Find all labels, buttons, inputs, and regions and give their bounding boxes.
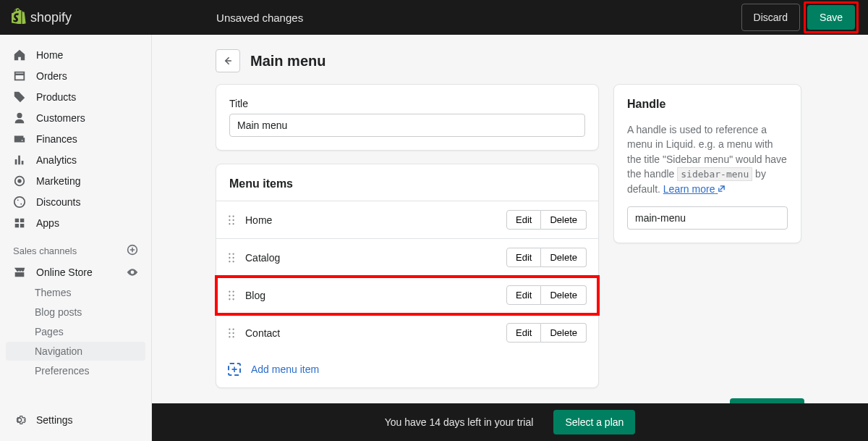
page-header: Main menu: [152, 49, 868, 84]
svg-point-6: [229, 219, 230, 220]
wallet-icon: [13, 133, 26, 146]
trial-text: You have 14 days left in your trial: [385, 416, 534, 428]
shopify-bag-icon: [12, 8, 26, 28]
svg-point-12: [229, 256, 230, 258]
svg-point-20: [229, 298, 230, 300]
svg-point-18: [229, 294, 230, 295]
learn-more-link[interactable]: Learn more: [663, 183, 726, 195]
sales-channels-header: Sales channels: [6, 234, 145, 262]
drag-handle-icon[interactable]: [228, 328, 237, 338]
main-content: Main menu Title Menu items Home: [152, 35, 868, 441]
discard-button[interactable]: Discard: [741, 4, 800, 31]
sidebar-sub-themes[interactable]: Themes: [6, 283, 145, 302]
svg-point-7: [232, 219, 234, 220]
sidebar-item-customers[interactable]: Customers: [6, 108, 145, 128]
menu-title-input[interactable]: [229, 114, 585, 137]
topbar-actions: Discard Save: [741, 4, 856, 31]
svg-point-2: [14, 197, 25, 207]
orders-icon: [13, 70, 26, 83]
back-button[interactable]: [216, 49, 240, 72]
menu-item-label: Catalog: [245, 252, 498, 264]
sidebar-item-label: Marketing: [36, 175, 80, 187]
menu-item-row: Home Edit Delete: [216, 201, 598, 239]
edit-button[interactable]: Edit: [506, 323, 541, 343]
svg-point-17: [232, 290, 234, 292]
svg-point-5: [232, 215, 234, 217]
sidebar-sub-blog-posts[interactable]: Blog posts: [6, 303, 145, 322]
drag-handle-icon[interactable]: [228, 290, 237, 301]
svg-point-26: [229, 336, 230, 337]
menu-item-row: Blog Edit Delete: [216, 277, 598, 314]
select-plan-button[interactable]: Select a plan: [553, 410, 635, 434]
sidebar-item-label: Apps: [36, 217, 59, 229]
sidebar-item-products[interactable]: Products: [6, 87, 145, 107]
delete-button[interactable]: Delete: [541, 210, 587, 230]
sidebar-sub-preferences[interactable]: Preferences: [6, 361, 145, 380]
handle-input[interactable]: [627, 206, 788, 230]
svg-point-27: [232, 336, 234, 337]
svg-point-13: [232, 256, 234, 258]
sidebar-item-analytics[interactable]: Analytics: [6, 150, 145, 170]
delete-button[interactable]: Delete: [541, 323, 587, 343]
svg-point-22: [229, 328, 230, 329]
grid-icon: [13, 217, 26, 230]
edit-button[interactable]: Edit: [506, 210, 541, 230]
svg-point-24: [229, 332, 230, 333]
sidebar-item-orders[interactable]: Orders: [6, 66, 145, 86]
sidebar-sub-navigation[interactable]: Navigation: [6, 342, 145, 361]
add-channel-icon[interactable]: [127, 244, 138, 258]
unsaved-changes-label: Unsaved changes: [216, 12, 303, 24]
view-store-icon[interactable]: [127, 266, 138, 278]
save-highlight: Save: [804, 1, 859, 33]
title-card: Title: [216, 84, 599, 151]
svg-point-19: [232, 294, 234, 295]
sidebar-item-label: Discounts: [36, 196, 80, 208]
sidebar: Home Orders Products Customers Finances …: [0, 35, 152, 441]
bars-icon: [13, 154, 26, 167]
add-menu-item-label: Add menu item: [251, 364, 319, 375]
svg-point-11: [232, 253, 234, 254]
edit-button[interactable]: Edit: [506, 248, 541, 267]
svg-point-4: [229, 215, 230, 217]
sidebar-item-home[interactable]: Home: [6, 45, 145, 65]
home-icon: [13, 49, 26, 62]
brand-text: shopify: [30, 10, 72, 25]
sidebar-item-label: Settings: [36, 414, 73, 426]
sidebar-item-settings[interactable]: Settings: [6, 410, 145, 430]
menu-item-row: Catalog Edit Delete: [216, 239, 598, 277]
save-button[interactable]: Save: [807, 5, 855, 30]
svg-point-14: [229, 261, 230, 262]
menu-item-row: Contact Edit Delete: [216, 314, 598, 351]
handle-description: A handle is used to reference a menu in …: [627, 122, 788, 196]
sidebar-item-label: Products: [36, 91, 76, 103]
sidebar-item-marketing[interactable]: Marketing: [6, 171, 145, 191]
svg-point-8: [229, 223, 230, 224]
sales-channels-label: Sales channels: [13, 245, 77, 256]
add-menu-item[interactable]: + Add menu item: [216, 351, 598, 387]
target-icon: [13, 175, 26, 188]
menu-item-label: Contact: [245, 327, 498, 339]
sidebar-item-label: Customers: [36, 112, 85, 124]
external-link-icon: [718, 182, 726, 190]
svg-point-25: [232, 332, 234, 333]
sidebar-item-online-store[interactable]: Online Store: [6, 262, 145, 282]
edit-button[interactable]: Edit: [506, 285, 541, 305]
sidebar-item-finances[interactable]: Finances: [6, 129, 145, 149]
delete-button[interactable]: Delete: [541, 285, 587, 305]
menu-items-card: Menu items Home Edit Delete Ca: [216, 164, 599, 388]
sidebar-item-label: Online Store: [36, 266, 93, 278]
delete-button[interactable]: Delete: [541, 248, 587, 267]
svg-point-16: [229, 290, 230, 292]
sidebar-item-label: Home: [36, 49, 63, 61]
sidebar-sub-pages[interactable]: Pages: [6, 322, 145, 341]
drag-handle-icon[interactable]: [228, 253, 237, 263]
sidebar-item-discounts[interactable]: Discounts: [6, 192, 145, 212]
trial-bar: You have 14 days left in your trial Sele…: [152, 403, 868, 441]
drag-handle-icon[interactable]: [228, 215, 237, 225]
add-icon: +: [228, 363, 241, 376]
sidebar-item-apps[interactable]: Apps: [6, 213, 145, 233]
svg-point-9: [232, 223, 234, 224]
percent-icon: [13, 196, 26, 209]
store-icon: [13, 266, 26, 279]
arrow-left-icon: [222, 55, 234, 67]
